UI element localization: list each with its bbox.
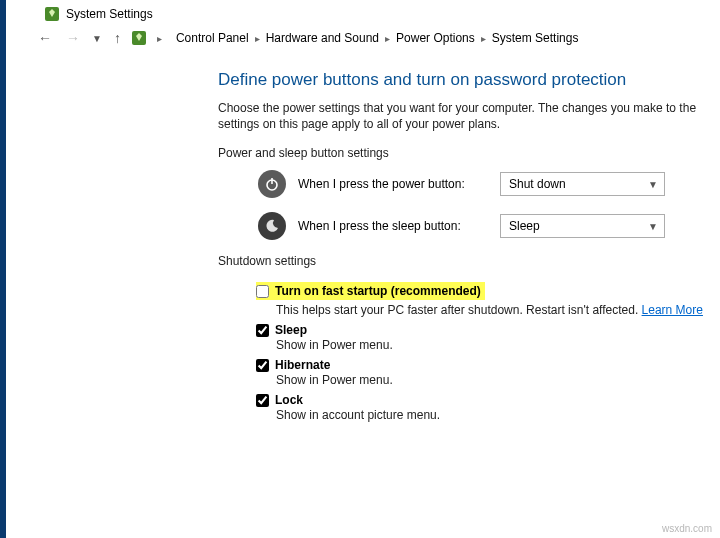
breadcrumb-system-settings[interactable]: System Settings — [492, 31, 579, 45]
section-shutdown-header: Shutdown settings — [218, 254, 720, 268]
nav-up-button[interactable]: ↑ — [114, 30, 121, 46]
nav-back-button[interactable]: ← — [36, 30, 54, 46]
chevron-right-icon: ▸ — [255, 33, 260, 44]
lock-checkbox[interactable] — [256, 394, 269, 407]
fast-startup-highlight: Turn on fast startup (recommended) — [256, 282, 485, 300]
sleep-desc: Show in Power menu. — [276, 338, 720, 352]
moon-icon — [258, 212, 286, 240]
fast-startup-checkbox[interactable] — [256, 285, 269, 298]
power-options-icon — [44, 6, 60, 22]
sleep-button-row: When I press the sleep button: Sleep ▼ — [258, 212, 720, 240]
power-icon — [258, 170, 286, 198]
power-options-icon — [131, 30, 147, 46]
sleep-button-value: Sleep — [509, 219, 540, 233]
power-button-row: When I press the power button: Shut down… — [258, 170, 720, 198]
power-button-dropdown[interactable]: Shut down ▼ — [500, 172, 665, 196]
power-button-label: When I press the power button: — [298, 177, 488, 191]
watermark: wsxdn.com — [662, 523, 712, 534]
page-description: Choose the power settings that you want … — [218, 100, 720, 132]
fast-startup-label: Turn on fast startup (recommended) — [275, 284, 481, 298]
hibernate-checkbox[interactable] — [256, 359, 269, 372]
page-title: Define power buttons and turn on passwor… — [218, 70, 720, 90]
lock-desc: Show in account picture menu. — [276, 408, 720, 422]
breadcrumb-control-panel[interactable]: Control Panel — [176, 31, 249, 45]
content-area: Define power buttons and turn on passwor… — [0, 54, 720, 422]
sleep-button-label: When I press the sleep button: — [298, 219, 488, 233]
navigation-bar: ← → ▼ ↑ ▸ Control Panel ▸ Hardware and S… — [0, 26, 720, 54]
section-power-sleep-header: Power and sleep button settings — [218, 146, 720, 160]
titlebar: System Settings — [0, 0, 720, 26]
chevron-down-icon: ▼ — [648, 179, 658, 190]
sleep-checkbox[interactable] — [256, 324, 269, 337]
breadcrumb: Control Panel ▸ Hardware and Sound ▸ Pow… — [176, 31, 579, 45]
chevron-down-icon: ▼ — [648, 221, 658, 232]
lock-label: Lock — [275, 393, 303, 407]
power-button-value: Shut down — [509, 177, 566, 191]
nav-forward-button[interactable]: → — [64, 30, 82, 46]
window-title: System Settings — [66, 7, 153, 21]
chevron-right-icon: ▸ — [385, 33, 390, 44]
hibernate-desc: Show in Power menu. — [276, 373, 720, 387]
breadcrumb-power-options[interactable]: Power Options — [396, 31, 475, 45]
sleep-label: Sleep — [275, 323, 307, 337]
fast-startup-desc: This helps start your PC faster after sh… — [276, 303, 720, 317]
nav-history-button[interactable]: ▼ — [92, 33, 102, 44]
learn-more-link[interactable]: Learn More — [642, 303, 703, 317]
hibernate-label: Hibernate — [275, 358, 330, 372]
breadcrumb-hardware-sound[interactable]: Hardware and Sound — [266, 31, 379, 45]
chevron-right-icon: ▸ — [481, 33, 486, 44]
chevron-right-icon: ▸ — [157, 33, 162, 44]
sleep-button-dropdown[interactable]: Sleep ▼ — [500, 214, 665, 238]
